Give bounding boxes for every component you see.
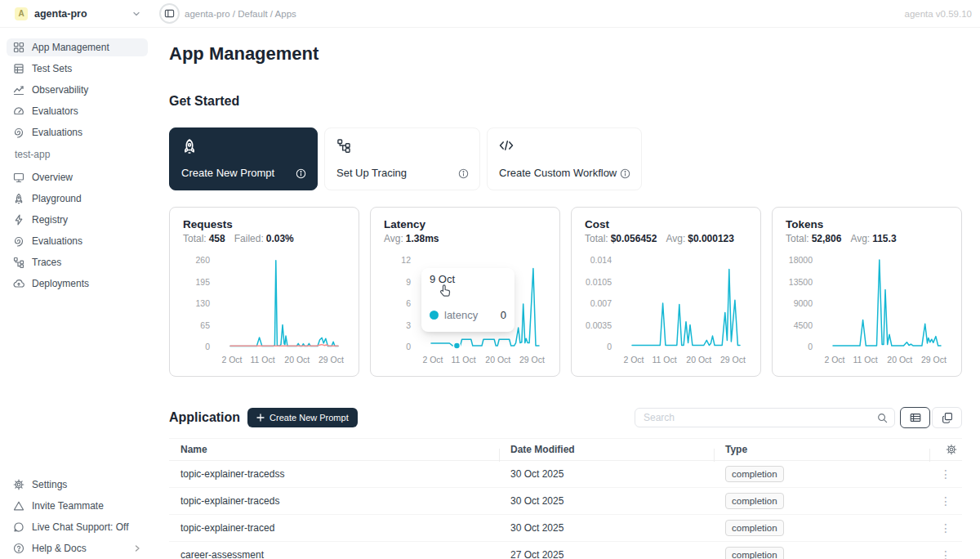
sidebar-item-label: Settings	[32, 479, 67, 490]
svg-text:11 Oct: 11 Oct	[653, 355, 677, 364]
sidebar-toggle-button[interactable]	[159, 3, 180, 24]
sidebar-item-test-sets[interactable]: Test Sets	[7, 60, 148, 78]
create-custom-workflow-card[interactable]: Create Custom Workflow	[487, 127, 642, 190]
sidebar-item-label: Registry	[32, 214, 68, 226]
chart-tooltip: 9 Oct latency 0	[421, 268, 514, 332]
cloud-icon	[13, 278, 24, 289]
cell-name: topic-explainer-traced	[169, 522, 499, 534]
sidebar-item-evaluations-app[interactable]: Evaluations	[7, 232, 148, 250]
table-row[interactable]: topic-explainer-traced 30 Oct 2025 compl…	[169, 515, 962, 542]
info-icon[interactable]	[620, 168, 630, 179]
stat-cards: Requests Total:458 Failed:0.03% 26019513…	[169, 207, 962, 377]
sidebar-item-evaluations[interactable]: Evaluations	[7, 123, 148, 141]
chart-line-icon	[13, 84, 24, 96]
sidebar-item-label: Deployments	[32, 278, 89, 289]
sidebar-item-invite-teammate[interactable]: Invite Teammate	[7, 497, 148, 515]
breadcrumb[interactable]: agenta-pro / Default / Apps	[185, 9, 296, 19]
chart-svg: 0.0140.01050.0070.003502 Oct11 Oct20 Oct…	[585, 250, 754, 370]
svg-text:29 Oct: 29 Oct	[921, 355, 947, 364]
sidebar-item-label: Overview	[32, 172, 73, 183]
gear-icon	[13, 479, 24, 490]
svg-text:11 Oct: 11 Oct	[251, 355, 275, 364]
column-header-name[interactable]: Name	[169, 444, 499, 455]
gear-icon[interactable]	[946, 444, 957, 455]
sidebar-item-deployments[interactable]: Deployments	[7, 275, 148, 293]
svg-text:11 Oct: 11 Oct	[452, 355, 476, 364]
sidebar-item-live-chat[interactable]: Live Chat Support: Off	[7, 518, 148, 536]
get-started-cards: Create New Prompt Set Up Tracing Create …	[169, 127, 642, 190]
stat-subtitle: Total:52,806 Avg:115.3	[786, 233, 948, 245]
svg-text:195: 195	[195, 277, 210, 287]
table-row[interactable]: topic-explainer-traceds 30 Oct 2025 comp…	[169, 488, 962, 515]
sidebar-item-help-docs[interactable]: Help & Docs	[7, 539, 148, 557]
create-new-prompt-card[interactable]: Create New Prompt	[169, 127, 318, 190]
card-view-toggle[interactable]	[932, 407, 962, 428]
sidebar-item-label: Evaluations	[32, 235, 82, 247]
cell-date: 30 Oct 2025	[499, 495, 714, 507]
create-new-prompt-button[interactable]: Create New Prompt	[247, 408, 358, 427]
cell-date: 30 Oct 2025	[499, 522, 714, 534]
svg-text:0.0035: 0.0035	[586, 320, 612, 330]
svg-text:2 Oct: 2 Oct	[623, 355, 644, 364]
stat-title: Tokens	[786, 218, 948, 231]
column-header-type[interactable]: Type	[714, 444, 929, 455]
tooltip-legend-row: latency 0	[430, 309, 506, 321]
sidebar-item-overview[interactable]: Overview	[7, 168, 148, 186]
row-menu-button[interactable]: ⋮	[940, 548, 951, 559]
sidebar-item-traces[interactable]: Traces	[7, 253, 148, 271]
svg-text:2 Oct: 2 Oct	[221, 355, 242, 364]
set-up-tracing-card[interactable]: Set Up Tracing	[324, 127, 480, 190]
svg-text:2 Oct: 2 Oct	[824, 355, 844, 364]
cell-name: topic-explainer-traceds	[169, 495, 499, 507]
cost-card: Cost Total:$0.056452 Avg:$0.000123 0.014…	[571, 207, 761, 377]
sidebar-item-evaluators[interactable]: Evaluators	[7, 102, 148, 120]
table-view-icon	[910, 412, 921, 423]
chart-svg: 2601951306502 Oct11 Oct20 Oct29 Oct	[183, 250, 352, 370]
table-view-toggle[interactable]	[900, 407, 930, 428]
svg-text:29 Oct: 29 Oct	[720, 355, 746, 364]
sidebar-item-registry[interactable]: Registry	[7, 211, 148, 229]
chat-bubble-icon	[13, 521, 24, 533]
row-menu-button[interactable]: ⋮	[940, 494, 951, 508]
stat-subtitle: Total:458 Failed:0.03%	[183, 233, 345, 245]
sidebar-item-app-management[interactable]: App Management	[7, 38, 148, 56]
sidebar-item-label: Invite Teammate	[32, 500, 104, 512]
table-row[interactable]: career-assessment 27 Oct 2025 completion…	[169, 542, 962, 559]
info-icon[interactable]	[296, 168, 306, 179]
cell-name: topic-explainer-tracedss	[169, 468, 499, 480]
type-badge: completion	[725, 547, 784, 559]
stat-title: Requests	[183, 218, 345, 231]
svg-text:0: 0	[808, 342, 813, 351]
table-header: Name Date Modified Type	[169, 438, 962, 461]
row-menu-button[interactable]: ⋮	[940, 521, 951, 534]
info-icon[interactable]	[458, 168, 469, 179]
requests-card: Requests Total:458 Failed:0.03% 26019513…	[169, 207, 359, 377]
type-badge: completion	[725, 466, 784, 482]
svg-text:260: 260	[195, 255, 210, 265]
sidebar-item-settings[interactable]: Settings	[7, 476, 148, 494]
sidebar-item-label: App Management	[32, 42, 109, 53]
sidebar-item-playground[interactable]: Playground	[7, 190, 148, 208]
legend-dot	[430, 311, 439, 320]
svg-text:130: 130	[195, 298, 210, 308]
rocket-icon	[13, 193, 24, 204]
row-menu-button[interactable]: ⋮	[940, 467, 951, 481]
search-input[interactable]	[644, 412, 877, 423]
svg-text:0: 0	[205, 342, 210, 351]
column-header-date-modified[interactable]: Date Modified	[499, 444, 714, 455]
search-box[interactable]	[635, 408, 895, 427]
svg-text:29 Oct: 29 Oct	[318, 355, 344, 364]
cell-date: 27 Oct 2025	[499, 549, 714, 559]
tokens-card: Tokens Total:52,806 Avg:115.3 1800013500…	[772, 207, 962, 377]
org-switcher[interactable]: A agenta-pro	[0, 7, 151, 20]
stat-subtitle: Avg:1.38ms	[384, 233, 546, 245]
sidebar-item-label: Evaluators	[32, 105, 78, 117]
svg-text:2 Oct: 2 Oct	[422, 355, 443, 364]
svg-text:29 Oct: 29 Oct	[519, 355, 545, 364]
table-row[interactable]: topic-explainer-tracedss 30 Oct 2025 com…	[169, 461, 962, 488]
sidebar: App Management Test Sets Observability E…	[0, 28, 151, 559]
help-icon	[13, 543, 24, 554]
monitor-icon	[13, 172, 24, 183]
sidebar-item-label: Playground	[32, 193, 82, 204]
sidebar-item-observability[interactable]: Observability	[7, 81, 148, 99]
